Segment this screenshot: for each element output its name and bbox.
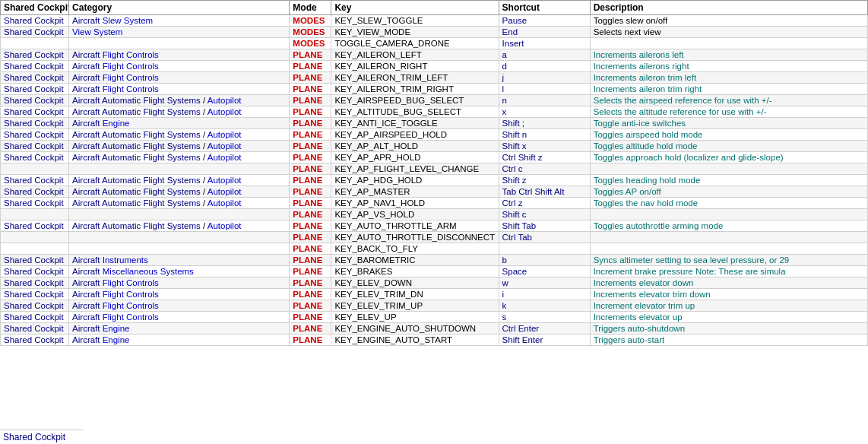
cell-shortcut: Insert	[499, 38, 590, 49]
cell-category: Aircraft Flight Controls	[69, 49, 290, 61]
cell-shared	[1, 243, 69, 255]
cell-category: Aircraft Automatic Flight Systems / Auto…	[69, 141, 290, 152]
table-row: Shared CockpitAircraft Flight ControlsPL…	[1, 61, 868, 72]
cell-category: Aircraft Flight Controls	[69, 278, 290, 289]
cell-key: KEY_AP_ALT_HOLD	[331, 141, 499, 152]
cell-description: Increment elevator trim up	[590, 300, 867, 312]
cell-mode: PLANE	[290, 152, 331, 163]
cell-mode: PLANE	[290, 255, 331, 266]
cell-description: Triggers auto-start	[590, 335, 867, 346]
table-row: Shared CockpitAircraft EnginePLANEKEY_AN…	[1, 118, 868, 129]
cell-category	[69, 163, 290, 175]
cell-mode: PLANE	[290, 300, 331, 312]
cell-description	[590, 232, 867, 243]
cell-key: KEY_AP_APR_HOLD	[331, 152, 499, 163]
cell-key: KEY_AILERON_TRIM_RIGHT	[331, 84, 499, 95]
cell-shared: Shared Cockpit	[1, 95, 69, 106]
cell-category	[69, 209, 290, 220]
cell-category: Aircraft Automatic Flight Systems / Auto…	[69, 198, 290, 209]
cell-shared: Shared Cockpit	[1, 300, 69, 312]
cell-category: Aircraft Automatic Flight Systems / Auto…	[69, 106, 290, 118]
cell-category	[69, 232, 290, 243]
table-row: Shared CockpitAircraft EnginePLANEKEY_EN…	[1, 335, 868, 346]
cell-category: Aircraft Flight Controls	[69, 84, 290, 95]
cell-description: Toggle anti-ice switches	[590, 118, 867, 129]
cell-mode: PLANE	[290, 323, 331, 335]
cell-description	[590, 163, 867, 175]
cell-shared	[1, 232, 69, 243]
cell-shortcut: Shift ;	[499, 118, 590, 129]
cell-mode: PLANE	[290, 312, 331, 323]
cell-key: KEY_AILERON_LEFT	[331, 49, 499, 61]
cell-shortcut: Ctrl c	[499, 163, 590, 175]
cell-key: KEY_BACK_TO_FLY	[331, 243, 499, 255]
cell-shared: Shared Cockpit	[1, 27, 69, 38]
cell-category: View System	[69, 27, 290, 38]
table-row: Shared CockpitAircraft Automatic Flight …	[1, 95, 868, 106]
cell-shortcut: i	[499, 289, 590, 300]
table-row: Shared CockpitAircraft Automatic Flight …	[1, 129, 868, 141]
cell-key: KEY_ALTITUDE_BUG_SELECT	[331, 106, 499, 118]
cell-mode: PLANE	[290, 186, 331, 198]
cell-shortcut: Shift c	[499, 209, 590, 220]
cell-description: Increments aileron trim left	[590, 72, 867, 84]
cell-shared	[1, 163, 69, 175]
cell-key: KEY_ENGINE_AUTO_SHUTDOWN	[331, 323, 499, 335]
cell-shortcut: Space	[499, 266, 590, 278]
table-row: Shared CockpitAircraft Automatic Flight …	[1, 141, 868, 152]
cell-shortcut: Pause	[499, 15, 590, 27]
cell-shared: Shared Cockpit	[1, 118, 69, 129]
cell-mode: PLANE	[290, 335, 331, 346]
cell-shortcut: n	[499, 95, 590, 106]
cell-description	[590, 243, 867, 255]
table-row: Shared CockpitAircraft Automatic Flight …	[1, 186, 868, 198]
cell-key: KEY_BAROMETRIC	[331, 255, 499, 266]
cell-description	[590, 209, 867, 220]
table-row: Shared CockpitAircraft EnginePLANEKEY_EN…	[1, 323, 868, 335]
cell-description: Increments aileron trim right	[590, 84, 867, 95]
cell-shortcut: s	[499, 312, 590, 323]
cell-shared: Shared Cockpit	[1, 255, 69, 266]
table-row: Shared CockpitAircraft Flight ControlsPL…	[1, 300, 868, 312]
cell-description: Increments elevator down	[590, 278, 867, 289]
cell-description: Toggles slew on/off	[590, 15, 867, 27]
cell-key: KEY_AP_MASTER	[331, 186, 499, 198]
table-row: Shared CockpitAircraft Flight ControlsPL…	[1, 289, 868, 300]
cell-key: TOGGLE_CAMERA_DRONE	[331, 38, 499, 49]
cell-description: Increments ailerons right	[590, 61, 867, 72]
cell-shortcut: Ctrl z	[499, 198, 590, 209]
cell-shared: Shared Cockpit	[1, 106, 69, 118]
cell-category: Aircraft Automatic Flight Systems / Auto…	[69, 175, 290, 186]
cell-mode: PLANE	[290, 72, 331, 84]
cell-description: Selects the airspeed reference for use w…	[590, 95, 867, 106]
cell-description	[590, 38, 867, 49]
cell-mode: MODES	[290, 38, 331, 49]
cell-shortcut: Shift Tab	[499, 220, 590, 232]
cell-category: Aircraft Engine	[69, 118, 290, 129]
col-header-key: Key	[331, 1, 499, 15]
table-row: Shared CockpitAircraft Automatic Flight …	[1, 175, 868, 186]
cell-shared: Shared Cockpit	[1, 72, 69, 84]
cell-shared: Shared Cockpit	[1, 152, 69, 163]
cell-shared: Shared Cockpit	[1, 335, 69, 346]
cell-shortcut: Tab Ctrl Shift Alt	[499, 186, 590, 198]
cell-shortcut: Shift Enter	[499, 335, 590, 346]
cell-shared: Shared Cockpit	[1, 129, 69, 141]
cell-key: KEY_AUTO_THROTTLE_DISCONNECT	[331, 232, 499, 243]
cell-mode: MODES	[290, 27, 331, 38]
cell-shared: Shared Cockpit	[1, 289, 69, 300]
cell-shortcut: a	[499, 49, 590, 61]
cell-key: KEY_AILERON_TRIM_LEFT	[331, 72, 499, 84]
cell-description: Toggles AP on/off	[590, 186, 867, 198]
table-row: Shared CockpitAircraft Flight ControlsPL…	[1, 312, 868, 323]
cell-category: Aircraft Miscellaneous Systems	[69, 266, 290, 278]
cell-category	[69, 243, 290, 255]
cell-mode: PLANE	[290, 141, 331, 152]
table-row: Shared CockpitAircraft Flight ControlsPL…	[1, 72, 868, 84]
cell-shared: Shared Cockpit	[1, 175, 69, 186]
cell-key: KEY_SLEW_TOGGLE	[331, 15, 499, 27]
table-row: PLANEKEY_AP_VS_HOLDShift c	[1, 209, 868, 220]
cell-category: Aircraft Automatic Flight Systems / Auto…	[69, 152, 290, 163]
table-header-row: Shared Cockpit Category Mode Key Shortcu…	[1, 1, 868, 15]
col-header-shared: Shared Cockpit	[1, 1, 69, 15]
